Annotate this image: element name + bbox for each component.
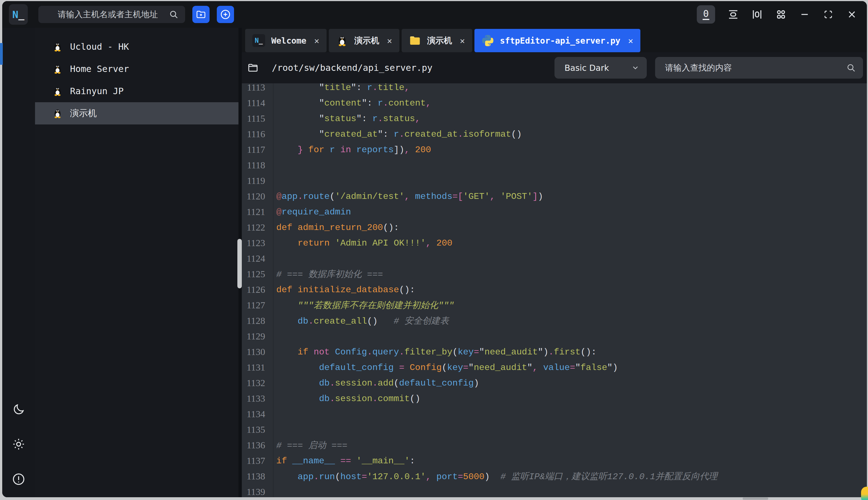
line-source: app.run(host='127.0.0.1', port=5000) # 监… — [270, 470, 717, 482]
tab-label: 演示机 — [354, 35, 380, 46]
line-number: 1131 — [242, 362, 270, 373]
line-number: 1130 — [242, 346, 270, 357]
window-controls: 0 — [697, 5, 857, 24]
code-line: 1122def admin_return_200(): — [242, 220, 867, 235]
new-folder-button[interactable] — [192, 6, 210, 23]
linux-tux-icon — [336, 34, 348, 47]
line-number: 1133 — [242, 393, 270, 404]
line-number: 1116 — [242, 129, 270, 139]
code-line: 1119 — [242, 173, 867, 189]
tab-Welcome[interactable]: N_Welcome✕ — [245, 29, 327, 52]
line-source: "content": r.content, — [270, 98, 431, 108]
line-source: def initialize_database(): — [270, 285, 415, 295]
find-placeholder: 请输入查找的内容 — [665, 62, 846, 73]
line-source: @app.route('/admin/test', methods=['GET'… — [270, 191, 543, 202]
host-list-item[interactable]: 演示机 — [35, 102, 238, 124]
line-number: 1123 — [242, 238, 270, 248]
tab-close-icon[interactable]: ✕ — [387, 36, 392, 46]
line-number: 1113 — [242, 83, 270, 93]
code-line: 1134 — [242, 406, 867, 422]
line-number: 1134 — [242, 409, 270, 419]
view-grid-button[interactable] — [775, 9, 787, 20]
find-input[interactable]: 请输入查找的内容 — [655, 57, 863, 79]
theme-select[interactable]: Basic Dark — [554, 57, 647, 79]
python-icon — [482, 34, 494, 47]
line-number: 1139 — [242, 487, 270, 497]
code-line: 1123 return 'Admin API OK!!!', 200 — [242, 235, 867, 251]
editor-toolbar: /root/sw/backend/api_server.py Basic Dar… — [242, 52, 867, 83]
line-number: 1132 — [242, 378, 270, 388]
code-lines: 1113 "title": r.title,1114 "content": r.… — [242, 83, 867, 497]
view-single-button[interactable]: 0 — [697, 5, 715, 24]
line-source: db.session.commit() — [270, 394, 420, 404]
floating-action-button[interactable] — [861, 487, 868, 500]
code-line: 1137if __name__ == '__main__': — [242, 453, 867, 469]
tab-演示机[interactable]: 演示机✕ — [402, 29, 472, 52]
code-line: 1135 — [242, 422, 867, 438]
dark-mode-moon-icon[interactable] — [12, 403, 25, 416]
code-line: 1121@require_admin — [242, 204, 867, 220]
tab-演示机[interactable]: 演示机✕ — [329, 29, 399, 52]
host-label: Home Server — [70, 64, 129, 74]
tab-close-icon[interactable]: ✕ — [314, 36, 319, 46]
minimize-button[interactable] — [799, 9, 810, 20]
line-source: "status": r.status, — [270, 114, 420, 124]
fullscreen-button[interactable] — [822, 9, 834, 20]
app-logo-icon: N_ — [252, 34, 265, 47]
host-list-item[interactable]: Home Server — [35, 58, 238, 80]
add-host-button[interactable] — [217, 6, 234, 23]
code-line: 1129 — [242, 329, 867, 344]
tab-sftpEditor-api_server.py[interactable]: sftpEditor-api_server.py✕ — [474, 29, 641, 52]
host-list-item[interactable]: Rainyun JP — [35, 80, 238, 102]
line-source: db.create_all() # 安全创建表 — [270, 315, 449, 327]
tab-label: Welcome — [271, 36, 306, 46]
file-path: /root/sw/backend/api_server.py — [272, 62, 432, 73]
chevron-down-icon — [631, 64, 640, 72]
code-line: 1128 db.create_all() # 安全创建表 — [242, 313, 867, 329]
settings-gear-icon[interactable] — [12, 437, 25, 451]
host-label: Rainyun JP — [70, 86, 124, 96]
line-source: if not Config.query.filter_by(key="need_… — [270, 347, 596, 357]
line-source: "title": r.title, — [270, 83, 410, 93]
line-source: def admin_return_200(): — [270, 223, 399, 233]
code-line: 1126def initialize_database(): — [242, 282, 867, 297]
sidebar-active-indicator — [0, 43, 3, 65]
line-number: 1126 — [242, 284, 270, 295]
line-source: @require_admin — [270, 207, 351, 217]
line-number: 1137 — [242, 456, 270, 466]
line-number: 1128 — [242, 316, 270, 326]
horizontal-scrollbar-thumb[interactable] — [743, 498, 768, 500]
line-number: 1129 — [242, 331, 270, 342]
host-search-input[interactable]: 请输入主机名或者主机地址 — [38, 6, 185, 23]
app-logo: N_ — [9, 4, 28, 25]
circle-plus-icon — [220, 9, 231, 20]
line-number: 1121 — [242, 207, 270, 217]
main-area: Ucloud - HK Home Server Rainyun JP 演示机 N… — [2, 28, 867, 497]
line-number: 1125 — [242, 269, 270, 280]
code-line: 1125# === 数据库初始化 === — [242, 266, 867, 282]
host-list-item[interactable]: Ucloud - HK — [35, 36, 238, 58]
editor-column: N_Welcome✕ 演示机✕ 演示机✕ sftpEditor-api_serv… — [242, 28, 867, 497]
code-line: 1114 "content": r.content, — [242, 95, 867, 111]
line-number: 1117 — [242, 145, 270, 155]
vertical-scrollbar-thumb[interactable] — [237, 239, 242, 288]
view-split-horizontal-button[interactable] — [728, 9, 739, 20]
linux-tux-icon — [52, 108, 63, 118]
line-number: 1115 — [242, 113, 270, 124]
tab-bar: N_Welcome✕ 演示机✕ 演示机✕ sftpEditor-api_serv… — [242, 28, 867, 52]
about-info-icon[interactable] — [12, 472, 25, 486]
folder-plus-icon — [196, 9, 206, 20]
code-line: 1138 app.run(host='127.0.0.1', port=5000… — [242, 469, 867, 484]
close-window-button[interactable] — [846, 9, 857, 20]
code-line: 1117 } for r in reports]), 200 — [242, 142, 867, 158]
code-editor[interactable]: 1113 "title": r.title,1114 "content": r.… — [242, 83, 867, 497]
line-source: """若数据库不存在则创建并初始化""" — [270, 299, 454, 311]
folder-path-icon — [247, 62, 259, 73]
tab-close-icon[interactable]: ✕ — [460, 36, 465, 46]
host-label: 演示机 — [70, 107, 97, 120]
view-split-vertical-button[interactable] — [751, 9, 763, 20]
linux-tux-icon — [52, 86, 63, 96]
line-number: 1135 — [242, 424, 270, 435]
code-line: 1133 db.session.commit() — [242, 391, 867, 406]
tab-close-icon[interactable]: ✕ — [628, 36, 633, 46]
